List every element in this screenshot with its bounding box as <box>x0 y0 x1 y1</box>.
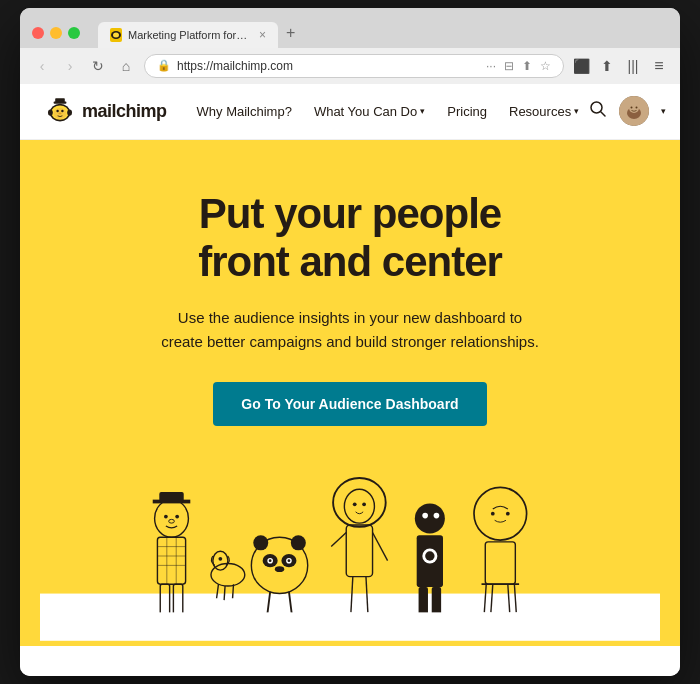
svg-point-57 <box>353 503 357 507</box>
svg-point-29 <box>164 515 168 519</box>
svg-point-17 <box>631 107 633 109</box>
svg-point-66 <box>425 552 434 561</box>
reload-button[interactable]: ↻ <box>86 54 110 78</box>
nav-right: ▾ <box>589 96 666 126</box>
svg-point-71 <box>506 512 510 516</box>
svg-point-8 <box>48 110 53 116</box>
nav-resources[interactable]: Resources ▾ <box>499 96 589 127</box>
reader-icon[interactable]: ⊟ <box>504 59 514 73</box>
svg-point-7 <box>58 113 61 115</box>
svg-point-58 <box>362 503 366 507</box>
svg-line-13 <box>601 112 605 116</box>
mailchimp-logo-icon <box>44 95 76 127</box>
nav-pricing[interactable]: Pricing <box>437 96 497 127</box>
website-content: mailchimp Why Mailchimp? What You Can Do… <box>20 84 680 677</box>
svg-rect-11 <box>55 98 65 103</box>
svg-line-38 <box>224 586 225 600</box>
maximize-traffic-light[interactable] <box>68 27 80 39</box>
new-tab-button[interactable]: + <box>278 18 303 48</box>
svg-point-62 <box>422 513 428 519</box>
below-hero-section <box>20 646 680 676</box>
nav-links: Why Mailchimp? What You Can Do ▾ Pricing… <box>187 96 590 127</box>
extensions-icon[interactable]: ⬛ <box>570 55 592 77</box>
cta-button[interactable]: Go To Your Audience Dashboard <box>213 382 486 426</box>
hero-section: Put your people front and center Use the… <box>20 140 680 647</box>
browser-window: Marketing Platform for Small B... × + ‹ … <box>20 8 680 677</box>
svg-point-18 <box>636 107 638 109</box>
sidebar-icon[interactable]: ||| <box>622 55 644 77</box>
browser-chrome: Marketing Platform for Small B... × + ‹ … <box>20 8 680 84</box>
svg-point-34 <box>211 564 245 587</box>
active-tab[interactable]: Marketing Platform for Small B... × <box>98 22 278 48</box>
bookmark-icon[interactable]: ☆ <box>540 59 551 73</box>
tab-title: Marketing Platform for Small B... <box>128 29 249 41</box>
svg-line-39 <box>233 584 234 598</box>
toolbar-actions: ⬛ ⬆ ||| ≡ <box>570 55 670 77</box>
svg-point-30 <box>175 515 179 519</box>
svg-point-26 <box>155 500 189 538</box>
svg-point-9 <box>67 110 72 116</box>
nav-why-mailchimp[interactable]: Why Mailchimp? <box>187 96 302 127</box>
user-avatar[interactable] <box>619 96 649 126</box>
svg-point-69 <box>474 488 527 541</box>
svg-point-63 <box>434 513 440 519</box>
user-dropdown-chevron[interactable]: ▾ <box>661 106 666 116</box>
share-toolbar-icon[interactable]: ⬆ <box>596 55 618 77</box>
home-button[interactable]: ⌂ <box>114 54 138 78</box>
tab-favicon <box>110 28 122 42</box>
svg-point-49 <box>291 536 306 551</box>
hero-subtitle: Use the audience insights in your new da… <box>160 306 540 354</box>
svg-rect-28 <box>159 492 183 501</box>
url-text: https://mailchimp.com <box>177 59 293 73</box>
svg-rect-72 <box>485 542 515 584</box>
tab-close-button[interactable]: × <box>259 28 266 42</box>
svg-point-1 <box>113 32 119 37</box>
svg-point-47 <box>275 567 284 573</box>
menu-icon[interactable]: ≡ <box>648 55 670 77</box>
svg-point-31 <box>169 520 175 524</box>
close-traffic-light[interactable] <box>32 27 44 39</box>
hero-illustration <box>40 466 660 646</box>
svg-point-48 <box>253 536 268 551</box>
site-nav: mailchimp Why Mailchimp? What You Can Do… <box>20 84 680 140</box>
nav-buttons: ‹ › ↻ ⌂ <box>30 54 138 78</box>
svg-point-46 <box>288 560 291 563</box>
search-icon[interactable] <box>589 100 607 122</box>
characters-svg-illustration <box>40 466 660 646</box>
svg-line-55 <box>331 533 346 547</box>
logo-text: mailchimp <box>82 101 167 122</box>
chevron-down-icon-resources: ▾ <box>574 106 579 116</box>
address-bar[interactable]: 🔒 https://mailchimp.com ··· ⊟ ⬆ ☆ <box>144 54 564 78</box>
overflow-icon[interactable]: ··· <box>486 59 496 73</box>
address-bar-icons: ··· ⊟ ⬆ ☆ <box>486 59 551 73</box>
svg-point-5 <box>56 110 58 112</box>
chevron-down-icon: ▾ <box>420 106 425 116</box>
forward-button[interactable]: › <box>58 54 82 78</box>
nav-what-you-can-do[interactable]: What You Can Do ▾ <box>304 96 435 127</box>
svg-point-70 <box>491 512 495 516</box>
svg-point-36 <box>218 557 222 561</box>
title-bar: Marketing Platform for Small B... × + <box>20 8 680 48</box>
toolbar: ‹ › ↻ ⌂ 🔒 https://mailchimp.com ··· ⊟ ⬆ … <box>20 48 680 84</box>
svg-point-61 <box>415 504 445 534</box>
minimize-traffic-light[interactable] <box>50 27 62 39</box>
svg-rect-54 <box>346 525 372 577</box>
svg-point-45 <box>269 560 272 563</box>
svg-point-6 <box>61 110 63 112</box>
svg-point-53 <box>344 490 374 524</box>
svg-point-35 <box>213 552 228 571</box>
tab-bar: Marketing Platform for Small B... × + <box>98 18 668 48</box>
svg-rect-78 <box>40 613 660 641</box>
svg-point-12 <box>591 102 602 113</box>
share-icon[interactable]: ⬆ <box>522 59 532 73</box>
traffic-lights <box>32 27 80 39</box>
back-button[interactable]: ‹ <box>30 54 54 78</box>
svg-rect-20 <box>157 538 185 585</box>
logo-area[interactable]: mailchimp <box>44 95 167 127</box>
hero-title: Put your people front and center <box>40 190 660 287</box>
lock-icon: 🔒 <box>157 59 171 72</box>
svg-point-52 <box>333 478 386 527</box>
svg-line-56 <box>373 533 388 561</box>
